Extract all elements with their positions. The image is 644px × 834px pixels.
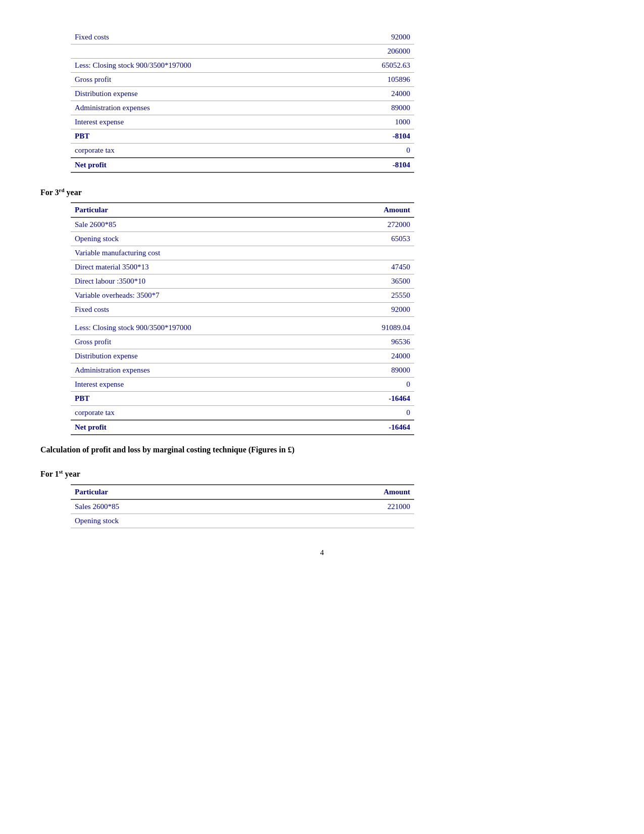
table-cell-label: Fixed costs [71, 303, 336, 317]
table-cell-amount: 47450 [336, 260, 414, 274]
table-cell-label: corporate tax [71, 406, 336, 421]
table-cell-amount: 92000 [336, 303, 414, 317]
table-cell-amount: 221000 [278, 499, 414, 514]
table-cell-amount: -8104 [336, 158, 414, 172]
table-cell-amount: 89000 [336, 101, 414, 115]
amount-header: Amount [336, 203, 414, 217]
table-cell-amount: 0 [336, 406, 414, 421]
table-cell-amount: 0 [336, 378, 414, 392]
table-cell-label: Interest expense [71, 378, 336, 392]
table-cell-label [71, 317, 336, 321]
page-number: 4 [40, 548, 604, 557]
table-cell-label: Interest expense [71, 115, 336, 129]
table-cell-label: Variable manufacturing cost [71, 246, 336, 260]
table-cell-label: Net profit [71, 420, 336, 435]
particular-header-1st: Particular [71, 485, 278, 499]
table-cell-amount: -16464 [336, 420, 414, 435]
table-cell-label: corporate tax [71, 144, 336, 158]
top-table: Fixed costs92000206000Less: Closing stoc… [71, 30, 414, 173]
table-cell-amount: 65052.63 [336, 59, 414, 73]
table-cell-amount: 24000 [336, 87, 414, 101]
table-cell-label: Administration expenses [71, 101, 336, 115]
table-cell-label: Distribution expense [71, 349, 336, 363]
table-cell-label: Opening stock [71, 232, 336, 246]
first-year-heading: For 1st year [40, 469, 604, 479]
table-cell-amount [336, 317, 414, 321]
table-cell-amount: 24000 [336, 349, 414, 363]
table-cell-label: Direct material 3500*13 [71, 260, 336, 274]
table-cell-label: Less: Closing stock 900/3500*197000 [71, 321, 336, 335]
table-cell-label: Sale 2600*85 [71, 217, 336, 232]
table-cell-label [71, 44, 336, 59]
table-cell-amount [278, 514, 414, 528]
table-cell-label: Net profit [71, 158, 336, 172]
third-year-heading: For 3rd year [40, 187, 604, 197]
table-cell-amount: 36500 [336, 274, 414, 289]
table-cell-label: PBT [71, 129, 336, 144]
first-year-table: Particular Amount Sales 2600*85221000Ope… [71, 484, 414, 528]
table-cell-label: Distribution expense [71, 87, 336, 101]
table-cell-amount: -8104 [336, 129, 414, 144]
table-cell-amount: 272000 [336, 217, 414, 232]
table-cell-label: Sales 2600*85 [71, 499, 278, 514]
table-cell-amount: 206000 [336, 44, 414, 59]
table-cell-amount: 96536 [336, 335, 414, 349]
table-cell-amount: 105896 [336, 73, 414, 87]
table-cell-amount: 91089.04 [336, 321, 414, 335]
calc-heading: Calculation of profit and loss by margin… [40, 445, 604, 454]
table-cell-label: Fixed costs [71, 30, 336, 44]
table-cell-amount: -16464 [336, 392, 414, 406]
third-year-table: Particular Amount Sale 2600*85272000Open… [71, 202, 414, 435]
amount-header-1st: Amount [278, 485, 414, 499]
table-cell-label: Direct labour :3500*10 [71, 274, 336, 289]
table-cell-amount: 92000 [336, 30, 414, 44]
table-cell-amount: 1000 [336, 115, 414, 129]
table-cell-amount [336, 246, 414, 260]
table-cell-label: Variable overheads: 3500*7 [71, 289, 336, 303]
table-cell-amount: 25550 [336, 289, 414, 303]
table-cell-label: Less: Closing stock 900/3500*197000 [71, 59, 336, 73]
table-cell-amount: 89000 [336, 363, 414, 378]
table-cell-label: Opening stock [71, 514, 278, 528]
table-cell-amount: 65053 [336, 232, 414, 246]
particular-header: Particular [71, 203, 336, 217]
table-cell-label: Administration expenses [71, 363, 336, 378]
table-cell-label: Gross profit [71, 73, 336, 87]
table-cell-label: PBT [71, 392, 336, 406]
table-cell-label: Gross profit [71, 335, 336, 349]
table-cell-amount: 0 [336, 144, 414, 158]
